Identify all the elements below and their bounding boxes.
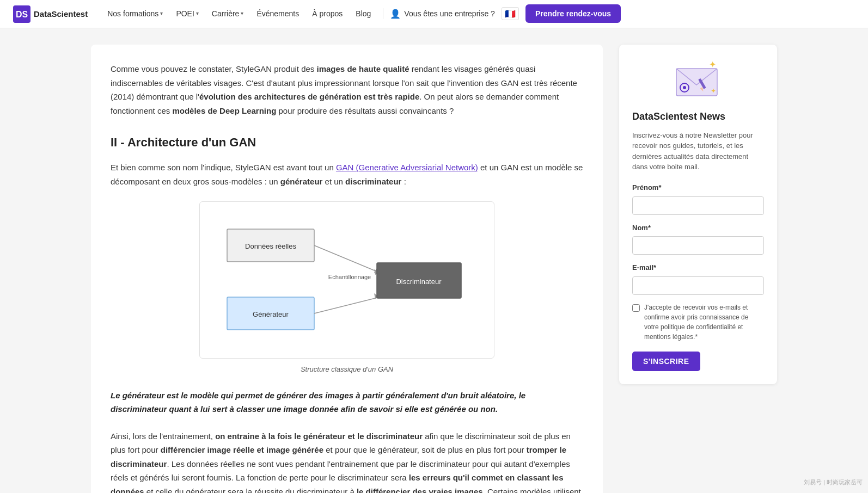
page-layout: Comme vous pouvez le constater, StyleGAN…	[80, 28, 788, 493]
prenom-group: Prénom*	[632, 182, 764, 215]
svg-point-18	[683, 86, 686, 89]
nav-links: Nos formations ▾ POEI ▾ Carrière ▾ Événe…	[102, 4, 855, 23]
svg-text:Echantillonnage: Echantillonnage	[328, 274, 371, 280]
nav-divider	[383, 8, 383, 19]
email-input[interactable]	[632, 276, 764, 295]
language-flag-button[interactable]: 🇫🇷	[502, 7, 519, 20]
article-intro: Comme vous pouvez le constater, StyleGAN…	[111, 62, 583, 118]
main-content: Comme vous pouvez le constater, StyleGAN…	[91, 45, 603, 493]
nav-item-carriere[interactable]: Carrière ▾	[206, 4, 249, 23]
nom-input[interactable]	[632, 236, 764, 255]
watermark: 刘易号 | 时尚玩家岳可	[804, 478, 863, 488]
logo-text: DataScientest	[34, 8, 88, 21]
chevron-down-icon: ▾	[160, 9, 163, 18]
sidebar-title: DataScientest News	[632, 109, 764, 125]
subscribe-button[interactable]: S'INSCRIRE	[632, 352, 700, 371]
prenom-label: Prénom*	[632, 182, 764, 194]
consent-label: J'accepte de recevoir vos e-mails et con…	[644, 303, 764, 342]
section-title: II - Architecture d'un GAN	[111, 133, 583, 152]
logo-link[interactable]: DS DataScientest	[13, 5, 88, 23]
sidebar-illustration: ✦ ✦	[632, 58, 764, 101]
prenom-input[interactable]	[632, 196, 764, 215]
svg-text:✦: ✦	[711, 87, 716, 95]
svg-text:Discriminateur: Discriminateur	[396, 278, 442, 286]
svg-line-6	[314, 245, 380, 273]
nav-item-blog[interactable]: Blog	[350, 4, 376, 23]
newsletter-illustration: ✦ ✦	[671, 58, 725, 101]
logo-icon: DS	[13, 5, 30, 23]
enterprise-link[interactable]: 👤 Vous êtes une entreprise ?	[390, 7, 495, 21]
svg-text:✦: ✦	[709, 60, 716, 69]
chevron-down-icon: ▾	[241, 9, 243, 18]
diagram-caption: Structure classique d'un GAN	[301, 364, 393, 375]
nav-item-apropos[interactable]: À propos	[307, 4, 348, 23]
cta-button[interactable]: Prendre rendez-vous	[525, 4, 621, 23]
gan-link[interactable]: GAN (Generative Adversiarial Network)	[336, 163, 478, 172]
nom-group: Nom*	[632, 223, 764, 255]
diagram-container: Données réelles Générateur Echantillonna…	[111, 201, 583, 375]
svg-text:DS: DS	[16, 10, 28, 19]
consent-checkbox[interactable]	[632, 304, 640, 312]
consent-checkbox-row: J'accepte de recevoir vos e-mails et con…	[632, 303, 764, 342]
nav-item-poei[interactable]: POEI ▾	[170, 4, 204, 23]
article-blockquote: Le générateur est le modèle qui permet d…	[111, 389, 583, 416]
email-group: E-mail*	[632, 262, 764, 295]
sidebar: ✦ ✦ DataScientest News Inscrivez-vous à …	[619, 45, 777, 493]
chevron-down-icon: ▾	[196, 9, 199, 18]
email-label: E-mail*	[632, 262, 764, 274]
nav-item-evenements[interactable]: Événements	[251, 4, 304, 23]
svg-text:Générateur: Générateur	[253, 310, 289, 318]
navbar: DS DataScientest Nos formations ▾ POEI ▾…	[0, 0, 868, 28]
nom-label: Nom*	[632, 223, 764, 234]
section-intro-para: Et bien comme son nom l'indique, StyleGA…	[111, 161, 583, 188]
diagram-svg: Données réelles Générateur Echantillonna…	[199, 201, 494, 359]
article-body-para: Ainsi, lors de l'entrainement, on entrai…	[111, 429, 583, 493]
sidebar-card: ✦ ✦ DataScientest News Inscrivez-vous à …	[619, 45, 777, 384]
svg-text:Données réelles: Données réelles	[245, 242, 296, 250]
svg-line-7	[314, 297, 380, 313]
enterprise-icon: 👤	[390, 7, 401, 21]
nav-item-formations[interactable]: Nos formations ▾	[102, 4, 168, 23]
nav-right: 👤 Vous êtes une entreprise ? 🇫🇷 Prendre …	[390, 4, 621, 23]
sidebar-description: Inscrivez-vous à notre Newsletter pour r…	[632, 130, 764, 172]
gan-diagram-svg: Données réelles Générateur Echantillonna…	[211, 213, 483, 343]
